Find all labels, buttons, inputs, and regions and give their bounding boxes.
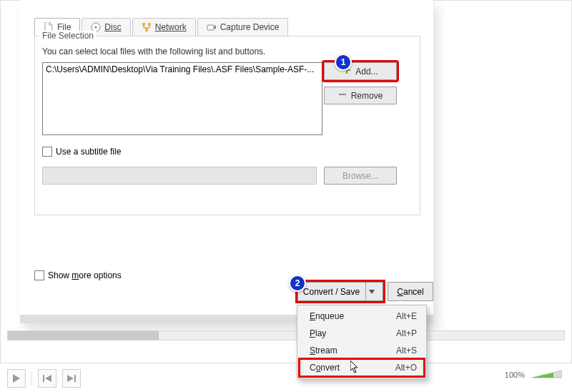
open-media-dialog: File Disc Network Capture Device bbox=[20, 0, 434, 323]
menu-item-stream[interactable]: Stream Alt+S bbox=[300, 342, 424, 359]
player-toolbar: 100% bbox=[0, 363, 572, 392]
tab-network[interactable]: Network bbox=[132, 18, 196, 36]
svg-point-1 bbox=[95, 26, 97, 28]
use-subtitle-row[interactable]: Use a subtitle file bbox=[42, 147, 121, 157]
tab-capture-label: Capture Device bbox=[220, 22, 280, 32]
menu-item-label: Enqueue bbox=[310, 311, 344, 321]
svg-rect-6 bbox=[339, 94, 346, 95]
menu-item-label: Convert bbox=[310, 363, 340, 373]
cancel-button-label: Cancel bbox=[397, 287, 423, 297]
volume-label: 100% bbox=[505, 371, 525, 379]
convert-save-button[interactable]: Convert / Save bbox=[297, 282, 383, 301]
menu-item-enqueue[interactable]: Enqueue Alt+E bbox=[300, 308, 424, 325]
play-button[interactable] bbox=[7, 369, 26, 388]
play-icon bbox=[13, 374, 20, 383]
tab-disc-label: Disc bbox=[104, 22, 121, 32]
cancel-button[interactable]: Cancel bbox=[388, 282, 433, 301]
chevron-down-icon bbox=[369, 290, 375, 294]
prev-icon bbox=[43, 375, 51, 382]
browse-button-label: Browse... bbox=[342, 171, 378, 181]
menu-item-shortcut: Alt+P bbox=[396, 328, 417, 338]
svg-rect-4 bbox=[145, 29, 148, 31]
file-listbox[interactable]: C:\Users\ADMIN\Desktop\Via Training File… bbox=[42, 62, 322, 135]
svg-rect-5 bbox=[207, 25, 214, 30]
remove-button-label: Remove bbox=[351, 91, 383, 101]
file-selection-title: File Selection bbox=[39, 31, 97, 41]
menu-item-shortcut: Alt+E bbox=[396, 311, 417, 321]
convert-dropdown-menu: Enqueue Alt+E Play Alt+P Stream Alt+S Co… bbox=[297, 305, 427, 379]
browse-button: Browse... bbox=[324, 167, 397, 185]
menu-item-shortcut: Alt+S bbox=[396, 346, 417, 356]
capture-icon bbox=[207, 22, 217, 32]
next-button[interactable] bbox=[62, 369, 81, 388]
tab-network-label: Network bbox=[155, 22, 187, 32]
cursor-icon bbox=[350, 361, 360, 373]
show-more-options-label: Show more options bbox=[48, 270, 122, 280]
show-more-options-row[interactable]: Show more options bbox=[34, 270, 122, 280]
menu-item-shortcut: Alt+O bbox=[395, 363, 417, 373]
volume-slider[interactable] bbox=[532, 371, 562, 378]
svg-rect-3 bbox=[148, 23, 151, 26]
subtitle-path-input bbox=[42, 167, 317, 185]
remove-button[interactable]: Remove bbox=[324, 87, 397, 104]
menu-item-convert[interactable]: Convert Alt+O bbox=[300, 359, 424, 376]
convert-save-label: Convert / Save bbox=[303, 287, 360, 297]
separator bbox=[31, 371, 32, 386]
annotation-badge-2: 2 bbox=[289, 275, 306, 292]
file-selection-group: File Selection You can select local file… bbox=[34, 36, 420, 215]
menu-item-label: Play bbox=[310, 328, 326, 338]
use-subtitle-checkbox[interactable] bbox=[42, 147, 52, 157]
minus-icon bbox=[338, 90, 347, 101]
convert-save-dropdown[interactable] bbox=[365, 283, 378, 300]
tab-capture[interactable]: Capture Device bbox=[197, 18, 289, 36]
annotation-badge-1: 1 bbox=[335, 54, 352, 71]
use-subtitle-label: Use a subtitle file bbox=[56, 147, 121, 157]
next-icon bbox=[67, 375, 76, 382]
prev-button[interactable] bbox=[38, 369, 56, 388]
menu-item-label: Stream bbox=[310, 346, 337, 356]
seek-thumb[interactable] bbox=[8, 331, 159, 340]
file-list-item[interactable]: C:\Users\ADMIN\Desktop\Via Training File… bbox=[46, 64, 319, 74]
menu-item-play[interactable]: Play Alt+P bbox=[300, 325, 424, 342]
network-icon bbox=[142, 22, 152, 32]
add-button-label: Add... bbox=[355, 67, 378, 77]
show-more-options-checkbox[interactable] bbox=[34, 270, 44, 280]
file-selection-hint: You can select local files with the foll… bbox=[42, 46, 265, 57]
seek-bar[interactable] bbox=[7, 330, 565, 340]
svg-rect-2 bbox=[142, 23, 145, 26]
